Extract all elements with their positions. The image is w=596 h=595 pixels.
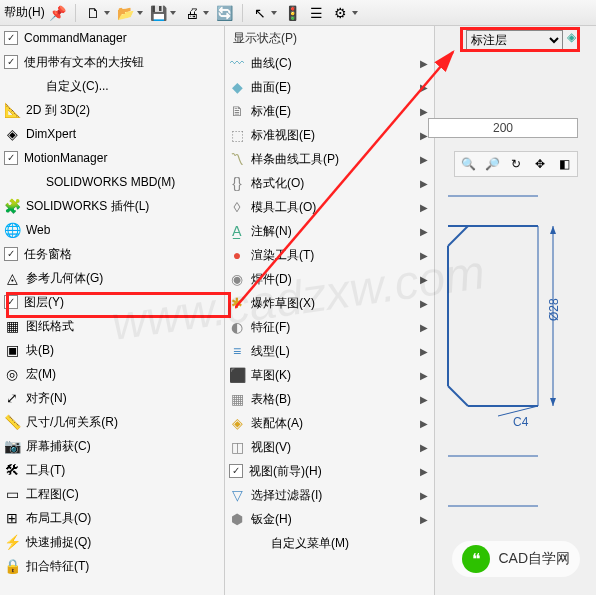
left-item-15[interactable]: ⤢对齐(N)	[0, 386, 224, 410]
item-icon: ◐	[229, 319, 245, 335]
item-label: 快速捕捉(Q)	[26, 534, 91, 551]
save-button[interactable]: 💾	[148, 3, 179, 23]
item-label: Web	[26, 223, 50, 237]
left-item-10[interactable]: ◬参考几何体(G)	[0, 266, 224, 290]
options-button[interactable]: ⚙	[330, 3, 361, 23]
mid-item-3[interactable]: ⬚标准视图(E)▶	[225, 123, 434, 147]
left-item-5[interactable]: MotionManager	[0, 146, 224, 170]
left-item-9[interactable]: 任务窗格	[0, 242, 224, 266]
mid-item-18[interactable]: ▽选择过滤器(I)▶	[225, 483, 434, 507]
item-icon	[249, 535, 265, 551]
mid-item-2[interactable]: 🗎标准(E)▶	[225, 99, 434, 123]
zoom-fit-button[interactable]: 🔍	[457, 154, 479, 174]
submenu-arrow-icon: ▶	[420, 202, 428, 213]
display-state-header: 显示状态(P)	[225, 26, 434, 51]
mid-item-17[interactable]: 视图(前导)(H)▶	[225, 459, 434, 483]
item-icon: {}	[229, 175, 245, 191]
left-item-20[interactable]: ⊞布局工具(O)	[0, 506, 224, 530]
convert-button[interactable]: 🔄	[214, 3, 236, 23]
checkbox[interactable]	[4, 247, 18, 261]
convert-icon: 🔄	[217, 5, 233, 21]
left-item-14[interactable]: ◎宏(M)	[0, 362, 224, 386]
left-item-18[interactable]: 🛠工具(T)	[0, 458, 224, 482]
open-button[interactable]: 📂	[115, 3, 146, 23]
mid-item-7[interactable]: A̲注解(N)▶	[225, 219, 434, 243]
gear-icon: ⚙	[333, 5, 349, 21]
drawing-canvas[interactable]: 200 🔍 🔎 ↻ ✥ ◧ Ø28 C4	[435, 26, 596, 595]
mid-item-11[interactable]: ◐特征(F)▶	[225, 315, 434, 339]
layer-select[interactable]: 标注层	[466, 30, 563, 50]
item-label: 块(B)	[26, 342, 54, 359]
item-label: 标准视图(E)	[251, 127, 315, 144]
wechat-label: CAD自学网	[498, 550, 570, 568]
item-icon: 〽	[229, 151, 245, 167]
mid-item-4[interactable]: 〽样条曲线工具(P)▶	[225, 147, 434, 171]
mid-item-6[interactable]: ◊模具工具(O)▶	[225, 195, 434, 219]
pan-button[interactable]: ✥	[529, 154, 551, 174]
zoom-area-button[interactable]: 🔎	[481, 154, 503, 174]
mid-item-10[interactable]: ✱爆炸草图(X)▶	[225, 291, 434, 315]
list-button[interactable]: ☰	[306, 3, 328, 23]
submenu-arrow-icon: ▶	[420, 442, 428, 453]
mid-item-12[interactable]: ≡线型(L)▶	[225, 339, 434, 363]
pin-button[interactable]: 📌	[47, 3, 69, 23]
layer-props-icon[interactable]: ◈	[567, 30, 576, 50]
left-item-6[interactable]: SOLIDWORKS MBD(M)	[0, 170, 224, 194]
left-item-7[interactable]: 🧩SOLIDWORKS 插件(L)	[0, 194, 224, 218]
rebuild-button[interactable]: 🚦	[282, 3, 304, 23]
checkbox[interactable]	[4, 151, 18, 165]
item-label: DimXpert	[26, 127, 76, 141]
mid-item-9[interactable]: ◉焊件(D)▶	[225, 267, 434, 291]
section-button[interactable]: ◧	[553, 154, 575, 174]
left-item-11[interactable]: 图层(Y)	[0, 290, 224, 314]
mid-item-15[interactable]: ◈装配体(A)▶	[225, 411, 434, 435]
left-item-21[interactable]: ⚡快速捕捉(Q)	[0, 530, 224, 554]
item-label: 钣金(H)	[251, 511, 292, 528]
mid-item-1[interactable]: ◆曲面(E)▶	[225, 75, 434, 99]
checkbox[interactable]	[4, 55, 18, 69]
pan-icon: ✥	[535, 157, 545, 171]
left-item-8[interactable]: 🌐Web	[0, 218, 224, 242]
left-item-12[interactable]: ▦图纸格式	[0, 314, 224, 338]
item-icon: ◈	[4, 126, 20, 142]
print-button[interactable]: 🖨	[181, 3, 212, 23]
item-icon: ◆	[229, 79, 245, 95]
cursor-icon: ↖	[252, 5, 268, 21]
left-item-4[interactable]: ◈DimXpert	[0, 122, 224, 146]
mid-item-8[interactable]: ●渲染工具(T)▶	[225, 243, 434, 267]
item-label: 2D 到 3D(2)	[26, 102, 90, 119]
left-item-3[interactable]: 📐2D 到 3D(2)	[0, 98, 224, 122]
left-item-22[interactable]: 🔒扣合特征(T)	[0, 554, 224, 578]
item-label: 装配体(A)	[251, 415, 303, 432]
submenu-arrow-icon: ▶	[420, 346, 428, 357]
mid-item-19[interactable]: ⬢钣金(H)▶	[225, 507, 434, 531]
item-icon: ⚡	[4, 534, 20, 550]
mid-item-5[interactable]: {}格式化(O)▶	[225, 171, 434, 195]
item-label: 尺寸/几何关系(R)	[26, 414, 118, 431]
section-icon: ◧	[559, 157, 570, 171]
item-label: 草图(K)	[251, 367, 291, 384]
mid-item-13[interactable]: ⬛草图(K)▶	[225, 363, 434, 387]
left-item-13[interactable]: ▣块(B)	[0, 338, 224, 362]
left-item-16[interactable]: 📏尺寸/几何关系(R)	[0, 410, 224, 434]
cursor-button[interactable]: ↖	[249, 3, 280, 23]
submenu-arrow-icon: ▶	[420, 418, 428, 429]
left-item-0[interactable]: CommandManager	[0, 26, 224, 50]
item-icon	[24, 78, 40, 94]
new-doc-button[interactable]: 🗋	[82, 3, 113, 23]
checkbox[interactable]	[229, 464, 243, 478]
mid-item-20[interactable]: 自定义菜单(M)	[225, 531, 434, 555]
mid-item-14[interactable]: ▦表格(B)▶	[225, 387, 434, 411]
checkbox[interactable]	[4, 295, 18, 309]
mid-item-0[interactable]: 〰曲线(C)▶	[225, 51, 434, 75]
rotate-button[interactable]: ↻	[505, 154, 527, 174]
checkbox[interactable]	[4, 31, 18, 45]
item-label: 线型(L)	[251, 343, 290, 360]
left-item-1[interactable]: 使用带有文本的大按钮	[0, 50, 224, 74]
left-item-17[interactable]: 📷屏幕捕获(C)	[0, 434, 224, 458]
left-item-2[interactable]: 自定义(C)...	[0, 74, 224, 98]
help-menu[interactable]: 帮助(H)	[4, 4, 45, 21]
item-icon: ◈	[229, 415, 245, 431]
mid-item-16[interactable]: ◫视图(V)▶	[225, 435, 434, 459]
left-item-19[interactable]: ▭工程图(C)	[0, 482, 224, 506]
